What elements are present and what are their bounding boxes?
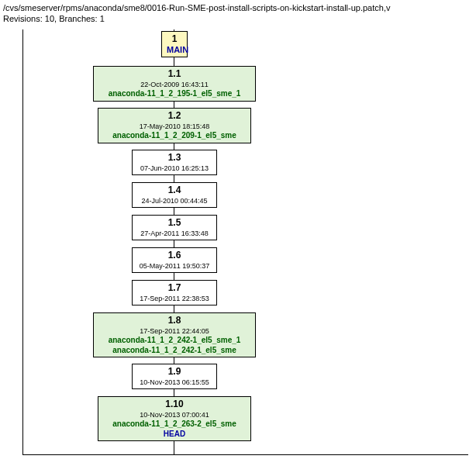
- rev-date: 17-Sep-2011 22:38:53: [137, 295, 212, 302]
- branch-node-main[interactable]: 1 MAIN: [161, 31, 188, 57]
- revision-node-1.4[interactable]: 1.4 24-Jul-2010 00:44:45: [132, 182, 217, 208]
- rev-number: 1.4: [168, 185, 181, 195]
- revision-node-1.8[interactable]: 1.8 17-Sep-2011 22:44:05 anaconda-11_1_2…: [93, 312, 256, 357]
- revision-node-1.2[interactable]: 1.2 17-May-2010 18:15:48 anaconda-11_1_2…: [98, 108, 251, 143]
- rev-date: 10-Nov-2013 07:00:41: [103, 411, 246, 419]
- rev-date: 27-Apr-2011 16:33:48: [137, 230, 212, 237]
- rev-number: 1.1: [168, 68, 181, 79]
- rev-date: 05-May-2011 19:50:37: [137, 262, 212, 270]
- rev-number: 1.6: [168, 250, 181, 261]
- rev-number: 1.10: [165, 399, 183, 409]
- rev-number: 1.9: [168, 366, 181, 377]
- rev-number: 1.8: [168, 315, 181, 326]
- rev-date: 07-Jun-2010 16:25:13: [137, 164, 212, 172]
- rev-number: 1.3: [168, 152, 181, 163]
- revision-graph: 1 MAIN 1.1 22-Oct-2009 16:43:11 anaconda…: [3, 29, 473, 464]
- rev-tag: anaconda-11_1_2_242-1_el5_sme: [98, 346, 250, 355]
- revision-node-1.10[interactable]: 1.10 10-Nov-2013 07:00:41 anaconda-11_1_…: [98, 396, 251, 441]
- branch-label: MAIN: [167, 45, 182, 55]
- rev-date: 17-Sep-2011 22:44:05: [98, 327, 250, 335]
- revision-node-1.7[interactable]: 1.7 17-Sep-2011 22:38:53: [132, 280, 217, 305]
- x-axis: [22, 454, 468, 455]
- rev-tag: anaconda-11_1_2_209-1_el5_sme: [103, 131, 246, 140]
- rev-date: 24-Jul-2010 00:44:45: [137, 197, 212, 205]
- revision-node-1.9[interactable]: 1.9 10-Nov-2013 06:15:55: [132, 364, 217, 389]
- rev-number: 1.2: [168, 110, 181, 121]
- rev-tag: anaconda-11_1_2_242-1_el5_sme_1: [98, 336, 250, 345]
- rev-tag: anaconda-11_1_2_195-1_el5_sme_1: [98, 89, 250, 98]
- rev-tag: anaconda-11_1_2_263-2_el5_sme: [103, 419, 246, 429]
- rev-date: 22-Oct-2009 16:43:11: [98, 81, 250, 88]
- y-axis: [22, 29, 23, 454]
- revision-node-1.6[interactable]: 1.6 05-May-2011 19:50:37: [132, 247, 217, 273]
- revision-summary: Revisions: 10, Branches: 1: [3, 14, 476, 23]
- revision-node-1.1[interactable]: 1.1 22-Oct-2009 16:43:11 anaconda-11_1_2…: [93, 66, 256, 102]
- branch-number: 1: [172, 33, 178, 44]
- rev-date: 10-Nov-2013 06:15:55: [137, 378, 212, 386]
- rev-number: 1.5: [168, 217, 181, 228]
- file-path: /cvs/smeserver/rpms/anaconda/sme8/0016-R…: [3, 3, 476, 12]
- rev-number: 1.7: [168, 282, 181, 293]
- revision-node-1.3[interactable]: 1.3 07-Jun-2010 16:25:13: [132, 150, 217, 175]
- revision-node-1.5[interactable]: 1.5 27-Apr-2011 16:33:48: [132, 215, 217, 240]
- head-label: HEAD: [103, 430, 246, 439]
- rev-date: 17-May-2010 18:15:48: [103, 123, 246, 130]
